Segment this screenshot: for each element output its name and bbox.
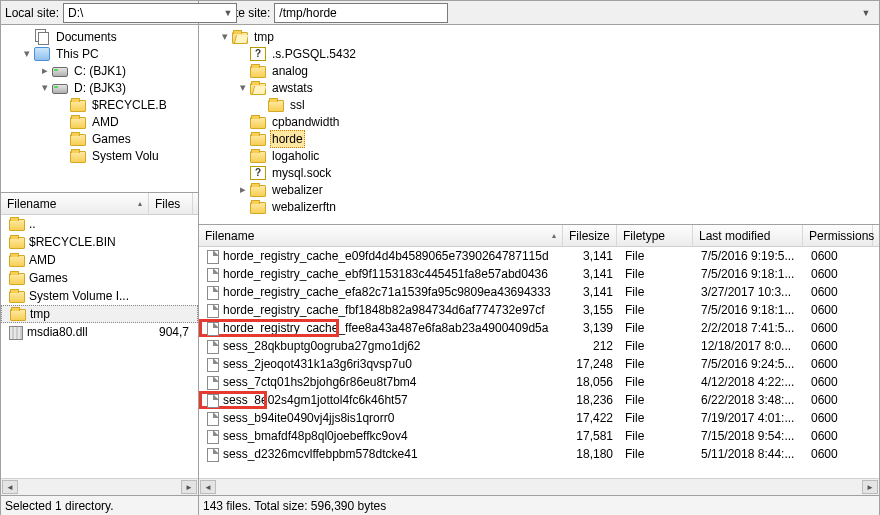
tree-item[interactable]: webalizer — [201, 181, 877, 198]
col-permissions[interactable]: Permissions — [809, 229, 874, 243]
list-item[interactable]: .. — [1, 215, 198, 233]
expander-icon — [237, 133, 248, 144]
tree-item[interactable]: horde — [201, 130, 877, 147]
tree-item[interactable]: System Volu — [3, 147, 196, 164]
list-item[interactable]: horde_registry_cache_ffee8a43a487e6fa8ab… — [199, 319, 879, 337]
expander-icon[interactable] — [237, 82, 248, 93]
expander-icon[interactable] — [237, 184, 248, 195]
list-item[interactable]: Games — [1, 269, 198, 287]
local-hscroll[interactable]: ◄ ► — [1, 478, 198, 495]
expander-icon — [57, 116, 68, 127]
list-item[interactable]: AMD — [1, 251, 198, 269]
remote-list-header[interactable]: Filename▴ Filesize Filetype Last modifie… — [199, 225, 879, 247]
file-permissions: 0600 — [805, 411, 875, 425]
tree-item[interactable]: This PC — [3, 45, 196, 62]
tree-item[interactable]: Documents — [3, 28, 196, 45]
file-size: 212 — [565, 339, 619, 353]
local-file-list[interactable]: ..$RECYCLE.BINAMDGamesSystem Volume I...… — [1, 215, 198, 478]
file-type: File — [619, 339, 695, 353]
col-filename[interactable]: Filename — [205, 229, 254, 243]
tree-item[interactable]: analog — [201, 62, 877, 79]
expander-icon[interactable] — [21, 48, 32, 59]
doc-icon — [207, 304, 219, 318]
file-permissions: 0600 — [805, 447, 875, 461]
file-name: horde_registry_cache_ebf9f1153183c445451… — [223, 267, 548, 281]
file-modified: 7/19/2017 4:01:... — [695, 411, 805, 425]
list-item[interactable]: sess_8e02s4gm1jottol4fc6k46ht5718,236Fil… — [199, 391, 879, 409]
local-tree-view[interactable]: DocumentsThis PCC: (BJK1)D: (BJK3)$RECYC… — [1, 24, 198, 192]
tree-item[interactable]: C: (BJK1) — [3, 62, 196, 79]
list-item[interactable]: sess_28qkbuptg0ogruba27gmo1dj62212File12… — [199, 337, 879, 355]
tree-item[interactable]: ssl — [201, 96, 877, 113]
tree-item-label: C: (BJK1) — [72, 63, 128, 79]
file-name: sess_7ctq01hs2bjohg6r86eu8t7bm4 — [223, 375, 416, 389]
tree-item[interactable]: $RECYCLE.B — [3, 96, 196, 113]
file-name: sess_2jeoqot431k1a3g6ri3qvsp7u0 — [223, 357, 412, 371]
list-item[interactable]: $RECYCLE.BIN — [1, 233, 198, 251]
doc-icon — [207, 268, 219, 282]
expander-icon[interactable] — [39, 65, 50, 76]
file-modified: 7/5/2016 9:18:1... — [695, 267, 805, 281]
remote-file-list[interactable]: horde_registry_cache_e09fd4d4b4589065e73… — [199, 247, 879, 478]
doc-icon — [207, 448, 219, 462]
tree-item-label: analog — [270, 63, 310, 79]
tree-item[interactable]: cpbandwidth — [201, 113, 877, 130]
list-item[interactable]: horde_registry_cache_e09fd4d4b4589065e73… — [199, 247, 879, 265]
chevron-down-icon[interactable]: ▼ — [859, 5, 873, 21]
local-path-input[interactable] — [63, 3, 237, 23]
folder-icon — [70, 134, 86, 146]
folder-icon — [10, 309, 26, 321]
tree-item[interactable]: AMD — [3, 113, 196, 130]
list-item[interactable]: sess_2jeoqot431k1a3g6ri3qvsp7u017,248Fil… — [199, 355, 879, 373]
tree-item[interactable]: webalizerftn — [201, 198, 877, 215]
tree-item-label: horde — [270, 130, 305, 148]
tree-item[interactable]: D: (BJK3) — [3, 79, 196, 96]
list-item[interactable]: msdia80.dll904,7 — [1, 323, 198, 341]
tree-item[interactable]: .s.PGSQL.5432 — [201, 45, 877, 62]
list-item[interactable]: System Volume I... — [1, 287, 198, 305]
file-permissions: 0600 — [805, 267, 875, 281]
tree-item[interactable]: mysql.sock — [201, 164, 877, 181]
chevron-down-icon[interactable]: ▼ — [221, 5, 235, 21]
list-item[interactable]: sess_bmafdf48p8ql0joebeffkc9ov417,581Fil… — [199, 427, 879, 445]
file-size: 17,581 — [565, 429, 619, 443]
file-name: tmp — [30, 307, 50, 321]
scroll-right-icon[interactable]: ► — [181, 480, 197, 494]
scroll-left-icon[interactable]: ◄ — [200, 480, 216, 494]
tree-item[interactable]: Games — [3, 130, 196, 147]
list-item[interactable]: sess_d2326mcvlffebpbm578dtcke4118,180Fil… — [199, 445, 879, 463]
scroll-right-icon[interactable]: ► — [862, 480, 878, 494]
folder-icon — [9, 219, 25, 231]
local-list-header[interactable]: Filename▴ Files — [1, 193, 198, 215]
tree-item-label: cpbandwidth — [270, 114, 341, 130]
list-item[interactable]: horde_registry_cache_efa82c71a1539fa95c9… — [199, 283, 879, 301]
list-item[interactable]: tmp — [1, 305, 198, 323]
list-item[interactable]: sess_7ctq01hs2bjohg6r86eu8t7bm418,056Fil… — [199, 373, 879, 391]
col-filesize[interactable]: Filesize — [569, 229, 610, 243]
tree-item[interactable]: awstats — [201, 79, 877, 96]
tree-item-label: Documents — [54, 29, 119, 45]
remote-hscroll[interactable]: ◄ ► — [199, 478, 879, 495]
col-modified[interactable]: Last modified — [699, 229, 770, 243]
expander-icon[interactable] — [219, 31, 230, 42]
remote-tree-view[interactable]: tmp.s.PGSQL.5432analogawstatssslcpbandwi… — [199, 24, 879, 224]
file-name: $RECYCLE.BIN — [29, 235, 116, 249]
tree-item[interactable]: logaholic — [201, 147, 877, 164]
expander-icon[interactable] — [39, 82, 50, 93]
folder-icon — [70, 100, 86, 112]
file-name: sess_28qkbuptg0ogruba27gmo1dj62 — [223, 339, 421, 353]
expander-icon — [237, 150, 248, 161]
remote-path-input[interactable] — [274, 3, 448, 23]
local-status-text: Selected 1 directory. — [5, 499, 114, 513]
col-filesize[interactable]: Files — [155, 197, 180, 211]
col-filename[interactable]: Filename — [7, 197, 56, 211]
scroll-left-icon[interactable]: ◄ — [2, 480, 18, 494]
col-filetype[interactable]: Filetype — [623, 229, 665, 243]
list-item[interactable]: horde_registry_cache_fbf1848b82a984734d6… — [199, 301, 879, 319]
tree-item[interactable]: tmp — [201, 28, 877, 45]
list-item[interactable]: sess_b94ite0490vj4jjs8is1qrorr017,422Fil… — [199, 409, 879, 427]
expander-icon — [237, 65, 248, 76]
remote-path-bar: Remote site: ▼ — [199, 0, 879, 24]
list-item[interactable]: horde_registry_cache_ebf9f1153183c445451… — [199, 265, 879, 283]
tree-item-label: logaholic — [270, 148, 321, 164]
